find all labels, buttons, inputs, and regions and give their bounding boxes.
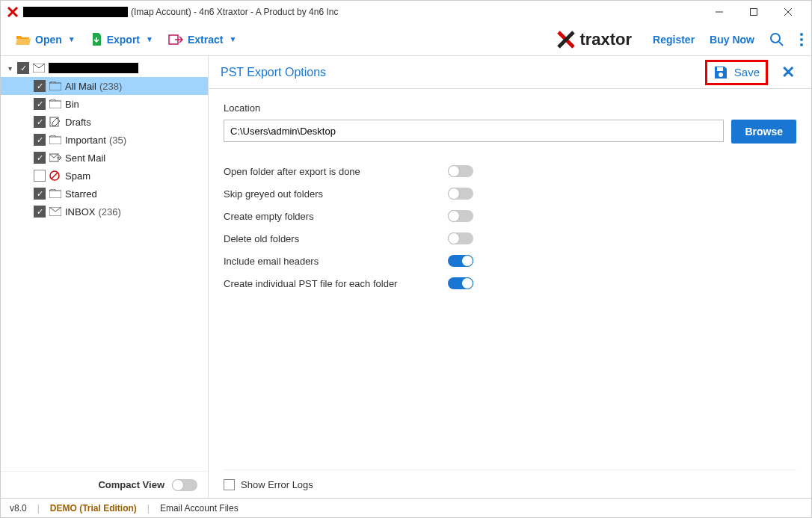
tree-item-inbox[interactable]: ✓INBOX(236) xyxy=(1,203,208,221)
register-link[interactable]: Register xyxy=(653,34,695,46)
show-error-logs-label: Show Error Logs xyxy=(241,479,313,490)
checkbox[interactable]: ✓ xyxy=(34,116,46,128)
folder-icon xyxy=(49,135,62,144)
tree-item-starred[interactable]: ✓Starred xyxy=(1,185,208,203)
tree-item-label: INBOX xyxy=(65,206,95,218)
tree-item-label: All Mail xyxy=(65,81,96,92)
compact-view-label: Compact View xyxy=(98,479,164,490)
option-label: Skip greyed out folders xyxy=(224,188,448,200)
drafts-icon xyxy=(49,117,62,127)
checkbox[interactable]: ✓ xyxy=(34,152,46,164)
svg-rect-20 xyxy=(717,67,723,71)
window-controls xyxy=(702,1,805,23)
folder-icon xyxy=(49,99,62,108)
tree-item-drafts[interactable]: ✓Drafts xyxy=(1,113,208,131)
version-label: v8.0 xyxy=(10,503,27,514)
option-toggle[interactable] xyxy=(448,232,473,244)
open-label: Open xyxy=(35,34,62,46)
option-label: Create empty folders xyxy=(224,211,448,222)
tree-item-label: Drafts xyxy=(65,117,91,128)
tree-item-spam[interactable]: Spam xyxy=(1,167,208,185)
svg-point-7 xyxy=(800,33,803,36)
close-button[interactable] xyxy=(771,1,805,23)
open-menu[interactable]: Open ▼ xyxy=(8,29,83,50)
extract-menu[interactable]: Extract ▼ xyxy=(161,29,244,50)
option-toggle[interactable] xyxy=(448,165,473,177)
extract-icon xyxy=(168,34,183,46)
maximize-button[interactable] xyxy=(736,1,771,23)
tree-item-label: Spam xyxy=(65,170,90,182)
header-links: Register Buy Now xyxy=(653,32,804,47)
save-button[interactable]: Save xyxy=(705,60,768,85)
redacted-account-name xyxy=(49,63,138,73)
panel-close-icon[interactable]: ✕ xyxy=(777,63,799,82)
panel-body: Location Browse Open folder after export… xyxy=(209,89,811,498)
svg-line-6 xyxy=(779,42,783,46)
tree-item-all-mail[interactable]: ✓All Mail(238) xyxy=(1,77,208,95)
svg-point-8 xyxy=(800,38,803,41)
window-title: (Imap Account) - 4n6 Xtraxtor - A Produc… xyxy=(131,7,338,17)
app-logo: traxtor xyxy=(557,30,632,49)
compact-view-row: Compact View xyxy=(1,471,208,498)
location-input[interactable] xyxy=(224,120,724,142)
checkbox[interactable]: ✓ xyxy=(34,134,46,146)
location-row: Browse xyxy=(224,120,796,144)
tree-item-label: Bin xyxy=(65,99,79,110)
tree-item-bin[interactable]: ✓Bin xyxy=(1,95,208,113)
tree-item-count: (236) xyxy=(98,206,120,218)
checkbox[interactable] xyxy=(224,479,235,490)
checkbox[interactable]: ✓ xyxy=(17,62,29,74)
tree-item-label: Important xyxy=(65,135,106,146)
option-toggle[interactable] xyxy=(448,210,473,222)
extract-label: Extract xyxy=(188,34,223,46)
option-label: Open folder after export is done xyxy=(224,166,448,177)
svg-line-17 xyxy=(52,173,58,179)
tree-root[interactable]: ▾ ✓ xyxy=(1,59,208,77)
option-row: Create empty folders xyxy=(224,205,796,227)
expander-icon[interactable]: ▾ xyxy=(8,64,17,73)
checkbox[interactable]: ✓ xyxy=(34,80,46,92)
tree-item-count: (35) xyxy=(109,135,126,146)
folder-tree: ▾ ✓ ✓All Mail(238)✓Bin✓Drafts✓Important(… xyxy=(1,56,208,471)
compact-view-toggle[interactable] xyxy=(172,479,197,491)
tree-item-label: Sent Mail xyxy=(65,152,105,164)
tree-item-count: (238) xyxy=(99,81,122,92)
redacted-account xyxy=(23,7,128,17)
sent-icon xyxy=(49,152,62,163)
sidebar: ▾ ✓ ✓All Mail(238)✓Bin✓Drafts✓Important(… xyxy=(1,56,209,498)
panel-header: PST Export Options Save ✕ xyxy=(209,56,811,89)
option-row: Skip greyed out folders xyxy=(224,182,796,205)
option-toggle[interactable] xyxy=(448,255,473,267)
minimize-button[interactable] xyxy=(702,1,736,23)
checkbox[interactable]: ✓ xyxy=(34,188,46,200)
buy-now-link[interactable]: Buy Now xyxy=(710,34,754,46)
svg-rect-18 xyxy=(49,191,61,198)
show-error-logs-row[interactable]: Show Error Logs xyxy=(224,469,796,490)
checkbox[interactable] xyxy=(34,170,46,182)
tree-item-sent-mail[interactable]: ✓Sent Mail xyxy=(1,149,208,167)
main-toolbar: Open ▼ Export ▼ Extract ▼ traxtor Regist… xyxy=(1,23,811,56)
panel-title: PST Export Options xyxy=(221,66,326,79)
checkbox[interactable]: ✓ xyxy=(34,206,46,218)
titlebar: (Imap Account) - 4n6 Xtraxtor - A Produc… xyxy=(1,1,811,23)
checkbox[interactable]: ✓ xyxy=(34,98,46,110)
option-toggle[interactable] xyxy=(448,188,473,200)
folder-open-icon xyxy=(16,34,31,46)
export-menu[interactable]: Export ▼ xyxy=(83,28,161,51)
browse-button[interactable]: Browse xyxy=(731,120,796,144)
tree-item-important[interactable]: ✓Important(35) xyxy=(1,131,208,149)
status-bar: v8.0 | DEMO (Trial Edition) | Email Acco… xyxy=(1,498,811,517)
save-icon xyxy=(713,65,728,80)
export-icon xyxy=(90,33,102,46)
inbox-icon xyxy=(49,207,62,216)
option-label: Include email headers xyxy=(224,256,448,267)
save-label: Save xyxy=(734,66,760,78)
option-row: Include email headers xyxy=(224,250,796,272)
main-panel: PST Export Options Save ✕ Location Brows… xyxy=(209,56,811,498)
option-label: Create individual PST file for each fold… xyxy=(224,278,448,289)
search-icon[interactable] xyxy=(769,32,784,47)
caret-down-icon: ▼ xyxy=(68,35,76,43)
more-icon[interactable] xyxy=(799,32,804,47)
option-toggle[interactable] xyxy=(448,277,473,289)
export-label: Export xyxy=(107,34,140,46)
